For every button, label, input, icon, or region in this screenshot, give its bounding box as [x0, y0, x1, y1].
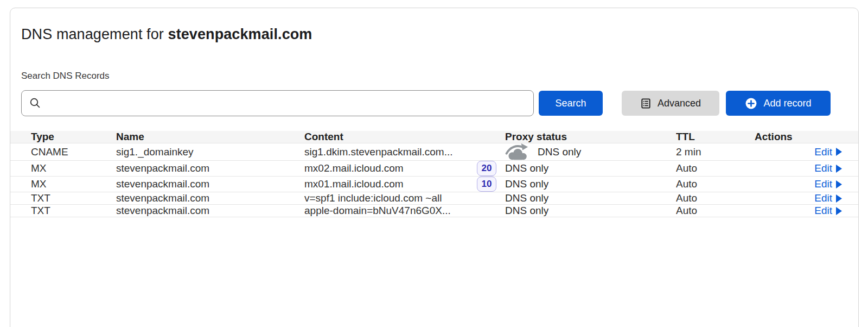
page-title-domain: stevenpackmail.com	[168, 26, 312, 42]
edit-link-label: Edit	[814, 146, 832, 158]
ttl-cell: Auto	[676, 162, 755, 174]
actions-cell: Edit	[755, 205, 842, 217]
column-header-content: Content	[304, 131, 505, 143]
edit-chevron-icon	[836, 165, 842, 173]
record-type: TXT	[31, 192, 116, 204]
ttl-cell: 2 min	[676, 146, 755, 158]
actions-cell: Edit	[755, 192, 842, 204]
record-content: mx01.mail.icloud.com	[304, 178, 404, 190]
dns-management-card: DNS management for stevenpackmail.com Se…	[10, 8, 859, 327]
edit-link[interactable]: Edit	[814, 205, 842, 217]
record-name: stevenpackmail.com	[116, 192, 304, 204]
record-content-cell: mx01.mail.icloud.com 10	[304, 177, 505, 192]
edit-link[interactable]: Edit	[814, 178, 842, 190]
column-header-name: Name	[116, 131, 304, 143]
edit-chevron-icon	[836, 148, 842, 156]
edit-chevron-icon	[836, 180, 842, 188]
ttl-cell: Auto	[676, 205, 755, 217]
table-row: CNAME sig1._domainkey sig1.dkim.stevenpa…	[10, 143, 858, 160]
proxy-status-text: DNS only	[505, 178, 548, 190]
edit-link-label: Edit	[814, 178, 832, 190]
record-content: v=spf1 include:icloud.com ~all	[304, 192, 442, 204]
search-toolbar: Search Advanced	[21, 90, 858, 116]
table-body: CNAME sig1._domainkey sig1.dkim.stevenpa…	[10, 143, 858, 217]
edit-link-label: Edit	[814, 162, 832, 174]
record-type: MX	[31, 162, 116, 174]
page-title: DNS management for stevenpackmail.com	[10, 8, 858, 44]
record-type: CNAME	[31, 146, 116, 158]
table-row: MX stevenpackmail.com mx01.mail.icloud.c…	[10, 176, 858, 192]
proxy-status-cell: DNS only	[505, 205, 676, 217]
proxy-status-text: DNS only	[538, 146, 581, 158]
table-bottom-divider	[10, 217, 858, 217]
edit-link[interactable]: Edit	[814, 162, 842, 174]
record-content-cell: mx02.mail.icloud.com 20	[304, 161, 505, 176]
record-content-cell: apple-domain=bNuV47n6G0X...	[304, 205, 505, 217]
column-header-proxy-status: Proxy status	[505, 131, 676, 143]
record-name: sig1._domainkey	[116, 146, 304, 158]
record-name: stevenpackmail.com	[116, 162, 304, 174]
record-content-cell: v=spf1 include:icloud.com ~all	[304, 192, 505, 204]
edit-chevron-icon	[836, 207, 842, 215]
edit-link-label: Edit	[814, 192, 832, 204]
record-content: apple-domain=bNuV47n6G0X...	[304, 205, 451, 217]
advanced-button-label: Advanced	[658, 98, 701, 109]
record-name: stevenpackmail.com	[116, 178, 304, 190]
table-row: TXT stevenpackmail.com v=spf1 include:ic…	[10, 192, 858, 204]
column-header-actions: Actions	[755, 131, 842, 143]
search-button[interactable]: Search	[539, 91, 603, 116]
page-title-prefix: DNS management for	[21, 26, 168, 42]
proxy-status-cell: DNS only	[505, 178, 676, 190]
proxy-status-cell: DNS only	[505, 192, 676, 204]
record-name: stevenpackmail.com	[116, 205, 304, 217]
actions-cell: Edit	[755, 162, 842, 174]
proxy-status-cell: DNS only	[505, 143, 676, 160]
search-icon	[29, 97, 41, 111]
proxy-status-text: DNS only	[505, 205, 548, 217]
edit-link[interactable]: Edit	[814, 146, 842, 158]
proxy-status-cell: DNS only	[505, 162, 676, 174]
ttl-cell: Auto	[676, 178, 755, 190]
record-content: sig1.dkim.stevenpackmail.com...	[304, 146, 453, 158]
search-box	[21, 90, 534, 116]
proxy-status-text: DNS only	[505, 192, 548, 204]
actions-cell: Edit	[755, 146, 842, 158]
edit-chevron-icon	[836, 194, 842, 203]
priority-badge: 20	[477, 161, 496, 176]
ttl-cell: Auto	[676, 192, 755, 204]
list-document-icon	[640, 98, 652, 109]
column-header-type: Type	[31, 131, 116, 143]
table-row: TXT stevenpackmail.com apple-domain=bNuV…	[10, 204, 858, 217]
advanced-button[interactable]: Advanced	[622, 91, 719, 116]
edit-link[interactable]: Edit	[814, 192, 842, 204]
add-record-button[interactable]: Add record	[726, 91, 831, 116]
actions-cell: Edit	[755, 178, 842, 190]
add-record-button-label: Add record	[763, 98, 811, 109]
proxy-status-text: DNS only	[505, 162, 548, 174]
record-type: MX	[31, 178, 116, 190]
plus-circle-icon	[745, 97, 757, 110]
record-content-cell: sig1.dkim.stevenpackmail.com...	[304, 146, 505, 158]
table-header-row: Type Name Content Proxy status TTL Actio…	[10, 131, 858, 143]
record-type: TXT	[31, 205, 116, 217]
search-label: Search DNS Records	[21, 70, 858, 83]
table-row: MX stevenpackmail.com mx02.mail.icloud.c…	[10, 160, 858, 176]
column-header-ttl: TTL	[676, 131, 755, 143]
dns-records-table: Type Name Content Proxy status TTL Actio…	[10, 131, 858, 217]
edit-link-label: Edit	[814, 205, 832, 217]
record-content: mx02.mail.icloud.com	[304, 162, 404, 174]
search-input[interactable]	[21, 90, 534, 116]
priority-badge: 10	[477, 177, 496, 192]
cloud-dns-only-icon	[505, 143, 529, 160]
